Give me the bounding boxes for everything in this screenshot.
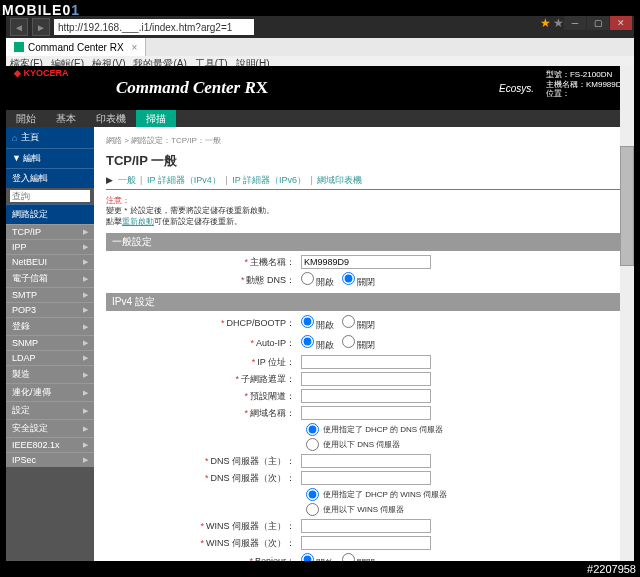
browser-chrome: ─ ▢ ✕ ★★ ◄ ► http://192.168.___.i1/index…	[6, 16, 634, 66]
back-button[interactable]: ◄	[10, 18, 28, 36]
sidebar-item-7[interactable]: SNMP▶	[6, 335, 94, 350]
subtab-general[interactable]: 一般	[118, 175, 136, 185]
sidebar-item-14[interactable]: IPSec▶	[6, 452, 94, 467]
tab-favicon	[14, 42, 24, 52]
tab-basic[interactable]: 基本	[46, 110, 86, 127]
maximize-button[interactable]: ▢	[587, 16, 609, 30]
product-logo: Command Center RX	[116, 78, 268, 98]
scroll-thumb[interactable]	[620, 146, 634, 266]
hostname-input[interactable]	[301, 255, 431, 269]
sidebar-item-4[interactable]: SMTP▶	[6, 287, 94, 302]
eco-logo: Ecosys.	[499, 83, 534, 94]
sidebar-item-12[interactable]: 安全設定▶	[6, 419, 94, 437]
browser-tab[interactable]: Command Center RX ×	[6, 38, 146, 56]
main-tabs: 開始 基本 印表機 掃描	[6, 110, 634, 127]
breadcrumb: 網路 > 網路設定：TCP/IP：一般	[106, 135, 622, 146]
sidebar: ⌂主頁 ▼ 編輯 登入編輯 網路設定 TCP/IP▶IPP▶NetBEUI▶電子…	[6, 127, 94, 561]
tab-start[interactable]: 開始	[6, 110, 46, 127]
sidebar-cat-edit[interactable]: ▼ 編輯	[6, 148, 94, 168]
domain-input[interactable]	[301, 406, 431, 420]
dns-dhcp-option[interactable]: 使用指定了 DHCP 的 DNS 伺服器	[306, 423, 622, 436]
device-info: 型號：FS-2100DN 主機名稱：KM9989D9 位置：	[546, 70, 626, 99]
sidebar-item-13[interactable]: IEEE802.1x▶	[6, 437, 94, 452]
sidebar-cat-login[interactable]: 登入編輯	[6, 168, 94, 188]
dhcp-radio[interactable]: 開啟關閉	[301, 315, 622, 332]
dns2-input[interactable]	[301, 471, 431, 485]
forward-button[interactable]: ►	[32, 18, 50, 36]
home-icon: ⌂	[12, 133, 17, 143]
close-button[interactable]: ✕	[610, 16, 632, 30]
sidebar-item-1[interactable]: IPP▶	[6, 239, 94, 254]
wins2-input[interactable]	[301, 536, 431, 550]
section-ipv4: IPv4 設定	[106, 293, 622, 311]
wins-dhcp-option[interactable]: 使用指定了 DHCP 的 WINS 伺服器	[306, 488, 622, 501]
page-title: TCP/IP 一般	[106, 152, 622, 170]
sidebar-item-11[interactable]: 設定▶	[6, 401, 94, 419]
watermark-bottom: #2207958	[587, 563, 636, 575]
vendor-logo: ◆ KYOCERA	[14, 68, 69, 78]
subtab-logical[interactable]: 網域印表機	[317, 175, 362, 185]
sidebar-item-10[interactable]: 連化/連傳▶	[6, 383, 94, 401]
search-input[interactable]	[12, 191, 88, 201]
window-star-icons: ★★	[540, 16, 564, 30]
bonjour-radio[interactable]: 開啟關閉	[301, 553, 622, 561]
minimize-button[interactable]: ─	[564, 16, 586, 30]
sub-tabs: ▶ 一般 | IP 詳細器（IPv4） | IP 詳細器（IPv6） | 網域印…	[106, 174, 622, 190]
dyndns-radio[interactable]: 開啟關閉	[301, 272, 622, 289]
app-header: ◆ KYOCERA Command Center RX Ecosys. 型號：F…	[6, 66, 634, 110]
sidebar-home[interactable]: ⌂主頁	[6, 127, 94, 148]
sidebar-group-network[interactable]: 網路設定	[6, 204, 94, 224]
wins1-input[interactable]	[301, 519, 431, 533]
sidebar-item-0[interactable]: TCP/IP▶	[6, 224, 94, 239]
sidebar-item-3[interactable]: 電子信箱▶	[6, 269, 94, 287]
scrollbar[interactable]	[620, 66, 634, 561]
sidebar-item-2[interactable]: NetBEUI▶	[6, 254, 94, 269]
dns1-input[interactable]	[301, 454, 431, 468]
sidebar-item-8[interactable]: LDAP▶	[6, 350, 94, 365]
tab-close-icon[interactable]: ×	[132, 42, 138, 53]
section-general: 一般設定	[106, 233, 622, 251]
sidebar-item-5[interactable]: POP3▶	[6, 302, 94, 317]
address-bar[interactable]: http://192.168.___.i1/index.htm?arg2=1	[54, 19, 254, 35]
dns-manual-option[interactable]: 使用以下 DNS 伺服器	[306, 438, 622, 451]
sidebar-search	[10, 190, 90, 202]
warning-box: 注意： 變更 * 於設定後，需要將設定儲存後重新啟動。 點擊重新啟動可使新設定儲…	[106, 196, 622, 227]
sidebar-item-9[interactable]: 製造▶	[6, 365, 94, 383]
tab-scan[interactable]: 掃描	[136, 110, 176, 127]
page-viewport: ◆ KYOCERA Command Center RX Ecosys. 型號：F…	[6, 66, 634, 561]
autoip-radio[interactable]: 開啟關閉	[301, 335, 622, 352]
ipaddr-input[interactable]	[301, 355, 431, 369]
tab-printer[interactable]: 印表機	[86, 110, 136, 127]
subnet-input[interactable]	[301, 372, 431, 386]
main-content: 網路 > 網路設定：TCP/IP：一般 TCP/IP 一般 ▶ 一般 | IP …	[94, 127, 634, 561]
subtab-ipv4[interactable]: IP 詳細器（IPv4）	[147, 175, 221, 185]
restart-link[interactable]: 重新啟動	[122, 217, 154, 226]
wins-manual-option[interactable]: 使用以下 WINS 伺服器	[306, 503, 622, 516]
subtab-ipv6[interactable]: IP 詳細器（IPv6）	[232, 175, 306, 185]
gateway-input[interactable]	[301, 389, 431, 403]
watermark-top: MOBILE01	[2, 2, 80, 18]
sidebar-item-6[interactable]: 登錄▶	[6, 317, 94, 335]
tab-title: Command Center RX	[28, 42, 124, 53]
